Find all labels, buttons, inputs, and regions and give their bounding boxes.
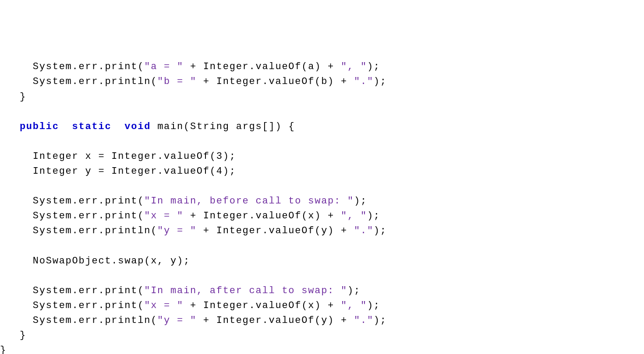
code-line: System.err.print("a = " + Integer.valueO… (0, 61, 380, 72)
code-line: System.err.println("y = " + Integer.valu… (0, 315, 387, 326)
string-literal: "In main, after call to swap: " (144, 285, 347, 296)
code-line: Integer x = Integer.valueOf(3); (0, 151, 236, 162)
string-literal: ", " (341, 61, 367, 72)
code-line: System.err.print("x = " + Integer.valueO… (0, 300, 380, 311)
code-listing: System.err.print("a = " + Integer.valueO… (0, 60, 644, 354)
string-literal: "." (354, 225, 374, 236)
string-literal: "x = " (144, 210, 184, 221)
keyword-public: public (20, 121, 59, 132)
keyword-static: static (72, 121, 112, 132)
string-literal: ", " (341, 210, 367, 221)
code-line: System.err.print("In main, after call to… (0, 285, 361, 296)
code-line: } (0, 91, 26, 102)
code-line: System.err.println("b = " + Integer.valu… (0, 76, 387, 87)
code-line: } (0, 330, 26, 341)
string-literal: "In main, before call to swap: " (144, 196, 354, 207)
string-literal: "." (354, 315, 374, 326)
code-line: NoSwapObject.swap(x, y); (0, 256, 190, 266)
code-line: public static void main(String args[]) { (0, 121, 295, 132)
code-line: } (0, 345, 7, 354)
keyword-void: void (124, 121, 151, 132)
code-line: Integer y = Integer.valueOf(4); (0, 166, 236, 177)
code-line: System.err.println("y = " + Integer.valu… (0, 225, 387, 236)
string-literal: "y = " (157, 225, 197, 236)
string-literal: "a = " (144, 61, 184, 72)
code-line: System.err.print("In main, before call t… (0, 196, 367, 207)
string-literal: "b = " (157, 76, 197, 87)
code-line: System.err.print("x = " + Integer.valueO… (0, 210, 380, 221)
string-literal: "." (354, 76, 374, 87)
string-literal: ", " (341, 300, 367, 311)
string-literal: "x = " (144, 300, 184, 311)
string-literal: "y = " (157, 315, 197, 326)
